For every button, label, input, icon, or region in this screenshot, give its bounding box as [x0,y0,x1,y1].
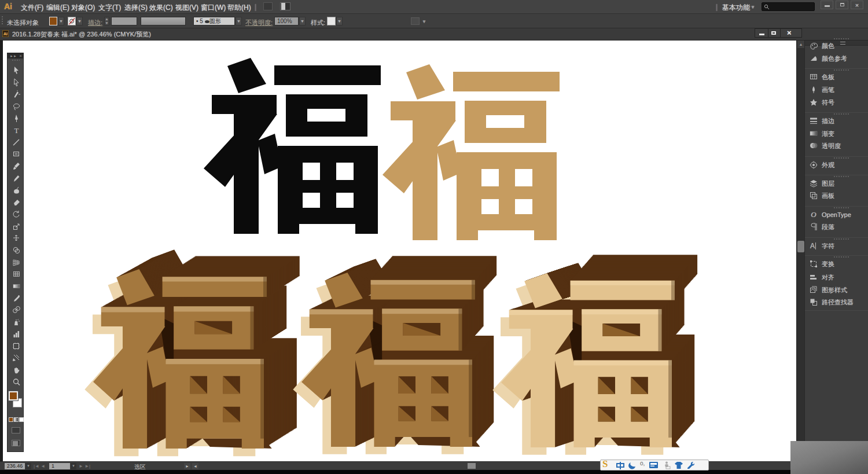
svg-text:A: A [810,242,815,250]
svg-text:T: T [14,126,19,135]
svg-text:O: O [811,210,816,219]
